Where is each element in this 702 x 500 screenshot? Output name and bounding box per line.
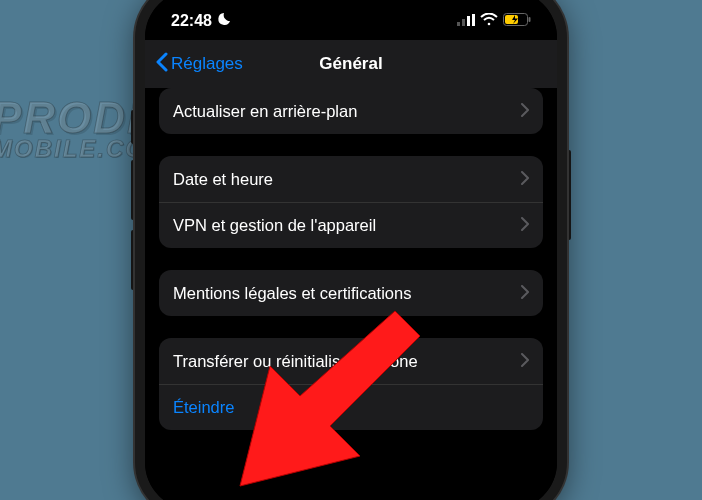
settings-group-1: Actualiser en arrière-plan xyxy=(159,88,543,134)
chevron-right-icon xyxy=(521,216,529,235)
row-shutdown[interactable]: Éteindre xyxy=(159,384,543,430)
row-label: Mentions légales et certifications xyxy=(173,284,411,303)
chevron-right-icon xyxy=(521,170,529,189)
settings-group-4: Transférer ou réinitialiser l'iPhone Éte… xyxy=(159,338,543,430)
row-legal[interactable]: Mentions légales et certifications xyxy=(159,270,543,316)
back-button[interactable]: Réglages xyxy=(155,52,243,77)
row-label: VPN et gestion de l'appareil xyxy=(173,216,376,235)
back-label: Réglages xyxy=(171,54,243,74)
settings-group-2: Date et heure VPN et gestion de l'appare… xyxy=(159,156,543,248)
screen: 22:48 xyxy=(145,0,557,500)
chevron-right-icon xyxy=(521,352,529,371)
row-background-refresh[interactable]: Actualiser en arrière-plan xyxy=(159,88,543,134)
chevron-left-icon xyxy=(155,52,169,77)
svg-rect-2 xyxy=(467,16,470,26)
row-date-time[interactable]: Date et heure xyxy=(159,156,543,202)
cellular-icon xyxy=(457,12,475,30)
svg-rect-6 xyxy=(529,17,531,22)
chevron-right-icon xyxy=(521,102,529,121)
row-label: Date et heure xyxy=(173,170,273,189)
do-not-disturb-icon xyxy=(216,11,232,31)
nav-header: Réglages Général xyxy=(145,40,557,88)
chevron-right-icon xyxy=(521,284,529,303)
row-label: Éteindre xyxy=(173,398,234,417)
phone-notch xyxy=(256,0,446,22)
settings-group-3: Mentions légales et certifications xyxy=(159,270,543,316)
svg-rect-1 xyxy=(462,19,465,26)
phone-frame: 22:48 xyxy=(135,0,567,500)
status-left: 22:48 xyxy=(171,11,232,31)
svg-rect-0 xyxy=(457,22,460,26)
svg-point-4 xyxy=(488,23,491,26)
row-vpn[interactable]: VPN et gestion de l'appareil xyxy=(159,202,543,248)
status-right xyxy=(457,12,531,30)
wifi-icon xyxy=(480,12,498,30)
settings-content: Actualiser en arrière-plan Date et heure… xyxy=(145,88,557,500)
phone-side-button-right xyxy=(567,150,571,240)
row-transfer-reset[interactable]: Transférer ou réinitialiser l'iPhone xyxy=(159,338,543,384)
status-time: 22:48 xyxy=(171,12,212,30)
battery-icon xyxy=(503,12,531,30)
svg-rect-3 xyxy=(472,14,475,26)
row-label: Actualiser en arrière-plan xyxy=(173,102,357,121)
row-label: Transférer ou réinitialiser l'iPhone xyxy=(173,352,418,371)
